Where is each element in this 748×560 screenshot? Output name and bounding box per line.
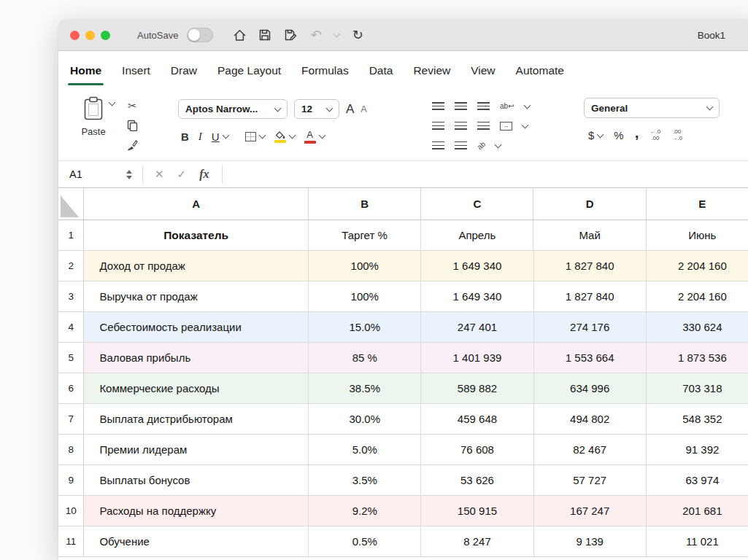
cell-A2[interactable]: Доход от продаж [84, 251, 309, 281]
font-size-select[interactable]: 12 [294, 99, 339, 119]
tab-automate[interactable]: Automate [506, 51, 574, 90]
cell-B5[interactable]: 85 % [309, 343, 421, 373]
column-header-B[interactable]: B [309, 188, 421, 220]
cell-B3[interactable]: 100% [309, 281, 421, 312]
cell-B7[interactable]: 30.0% [309, 404, 421, 435]
tab-draw[interactable]: Draw [161, 51, 207, 90]
decrease-decimal-button[interactable]: .00→.0 [671, 129, 682, 141]
merge-chevron-icon[interactable] [522, 121, 529, 128]
undo-chevron-icon[interactable] [333, 31, 341, 38]
cell-D2[interactable]: 1 827 840 [534, 251, 647, 281]
increase-font-size-button[interactable]: A [346, 103, 354, 115]
currency-format-button[interactable]: $ [588, 130, 594, 141]
row-header-5[interactable]: 5 [58, 343, 84, 373]
tab-view[interactable]: View [460, 51, 505, 90]
align-right-icon[interactable] [477, 122, 490, 131]
cell-E7[interactable]: 548 352 [647, 404, 748, 435]
font-color-chevron-icon[interactable] [318, 132, 325, 139]
borders-chevron-icon[interactable] [258, 132, 266, 139]
row-header-1[interactable]: 1 [58, 220, 84, 251]
cell-C2[interactable]: 1 649 340 [421, 251, 533, 281]
merge-center-icon[interactable]: ↔ [500, 122, 512, 131]
cell-B2[interactable]: 100% [309, 251, 421, 281]
orientation-chevron-icon[interactable] [495, 141, 502, 148]
cell-D3[interactable]: 1 827 840 [534, 281, 647, 312]
autosave-toggle[interactable] [187, 28, 213, 42]
cell-A5[interactable]: Валовая прибыль [84, 343, 309, 373]
cancel-entry-icon[interactable]: ✕ [155, 168, 164, 181]
name-box[interactable]: A1 [58, 168, 126, 180]
confirm-entry-icon[interactable]: ✓ [177, 168, 187, 181]
save-as-icon[interactable] [283, 28, 298, 42]
cell-D1[interactable]: Май [533, 220, 646, 251]
cell-B9[interactable]: 3.5% [309, 465, 421, 496]
cell-E9[interactable]: 63 974 [647, 465, 748, 496]
cell-B4[interactable]: 15.0% [309, 312, 421, 343]
row-header-8[interactable]: 8 [58, 435, 84, 465]
cell-C4[interactable]: 247 401 [421, 312, 533, 343]
align-center-icon[interactable] [455, 122, 467, 131]
tab-formulas[interactable]: Formulas [291, 51, 359, 90]
cell-C1[interactable]: Апрель [421, 220, 533, 251]
column-header-A[interactable]: A [84, 188, 309, 220]
decrease-indent-icon[interactable] [432, 141, 444, 150]
align-left-icon[interactable] [432, 122, 444, 131]
cell-A9[interactable]: Выплаты бонусов [84, 465, 309, 496]
fill-color-chevron-icon[interactable] [288, 132, 296, 139]
copy-icon[interactable] [126, 119, 139, 132]
tab-data[interactable]: Data [359, 51, 404, 90]
cell-C9[interactable]: 53 626 [421, 465, 533, 496]
cell-A10[interactable]: Расходы на поддержку [84, 496, 309, 526]
name-box-stepper[interactable] [126, 170, 132, 179]
cell-A1[interactable]: Показатель [84, 220, 309, 251]
cell-E10[interactable]: 201 681 [647, 496, 748, 526]
increase-indent-icon[interactable] [455, 141, 467, 150]
cell-A4[interactable]: Себестоимость реализации [84, 312, 309, 343]
comma-format-button[interactable]: , [635, 129, 639, 136]
orientation-icon[interactable]: ab [476, 140, 487, 152]
tab-insert[interactable]: Insert [112, 51, 161, 90]
decrease-font-size-button[interactable]: A [360, 104, 367, 114]
cell-E3[interactable]: 2 204 160 [647, 281, 748, 312]
font-name-select[interactable]: Aptos Narrow... [178, 99, 288, 119]
save-icon[interactable] [258, 28, 272, 42]
close-window-button[interactable] [70, 31, 80, 40]
minimize-window-button[interactable] [85, 31, 95, 40]
cell-E4[interactable]: 330 624 [647, 312, 748, 343]
cell-A11[interactable]: Обучение [84, 526, 309, 557]
cell-D6[interactable]: 634 996 [534, 373, 647, 404]
align-top-icon[interactable] [432, 102, 444, 111]
tab-page-layout[interactable]: Page Layout [207, 51, 291, 90]
cell-D4[interactable]: 274 176 [534, 312, 647, 343]
home-icon[interactable] [232, 28, 247, 42]
cell-B10[interactable]: 9.2% [309, 496, 421, 526]
paste-chevron-icon[interactable] [109, 99, 116, 106]
row-header-11[interactable]: 11 [58, 526, 84, 557]
cell-C5[interactable]: 1 401 939 [421, 343, 533, 373]
percent-format-button[interactable]: % [614, 130, 623, 141]
increase-decimal-button[interactable]: ←.0.00 [650, 129, 661, 141]
cell-E5[interactable]: 1 873 536 [647, 343, 748, 373]
cell-E8[interactable]: 91 392 [647, 435, 748, 465]
number-format-select[interactable]: General [584, 98, 720, 118]
cell-A3[interactable]: Выручка от продаж [84, 281, 309, 312]
zoom-window-button[interactable] [101, 31, 110, 40]
format-painter-icon[interactable] [126, 139, 139, 152]
align-bottom-icon[interactable] [477, 102, 490, 111]
cell-D10[interactable]: 167 247 [534, 496, 647, 526]
cell-B1[interactable]: Таргет % [309, 220, 421, 251]
cell-A7[interactable]: Выплата дистрибьюторам [84, 404, 309, 435]
formula-input[interactable] [223, 161, 748, 187]
column-header-C[interactable]: C [421, 188, 533, 220]
cell-E6[interactable]: 703 318 [647, 373, 748, 404]
cell-C3[interactable]: 1 649 340 [421, 281, 533, 312]
underline-button[interactable]: U [212, 131, 220, 142]
cell-D7[interactable]: 494 802 [534, 404, 647, 435]
redo-icon[interactable]: ↻ [350, 28, 365, 42]
borders-icon[interactable] [245, 132, 256, 141]
fill-color-button[interactable] [274, 131, 286, 143]
align-middle-icon[interactable] [455, 102, 467, 111]
cell-D9[interactable]: 57 727 [534, 465, 647, 496]
cell-C6[interactable]: 589 882 [421, 373, 533, 404]
cell-E11[interactable]: 11 021 [647, 526, 748, 557]
